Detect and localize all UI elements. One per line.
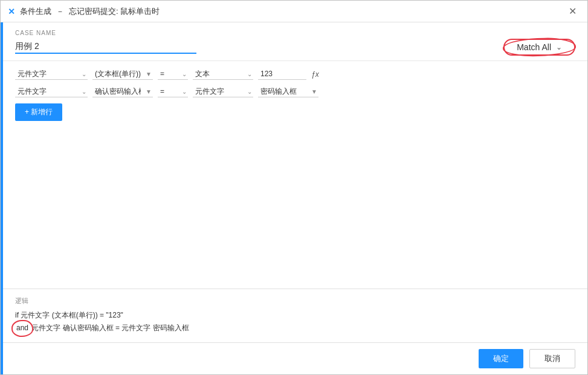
content-area: CASE NAME Match All ⌄: [1, 22, 587, 374]
match-all-arrow: ⌄: [556, 43, 562, 51]
case-name-input[interactable]: [15, 41, 196, 54]
field1-select-1[interactable]: 元件文字: [15, 68, 88, 80]
match-all-box[interactable]: Match All ⌄: [503, 39, 575, 56]
logic-line-2-rest: 元件文字 确认密码输入框 = 元件文字 密码输入框: [30, 324, 189, 332]
and-keyword: and: [15, 322, 30, 335]
fx-button-1[interactable]: ƒx: [311, 70, 319, 79]
add-row-button[interactable]: + 新增行: [15, 103, 62, 121]
app-name: 条件生成: [20, 6, 51, 17]
title-separator: －: [56, 6, 64, 17]
case-name-row: Match All ⌄: [15, 39, 575, 56]
field2-select-2[interactable]: 确认密码输入框: [92, 86, 153, 97]
case-name-section: CASE NAME Match All ⌄: [3, 22, 587, 61]
dialog-title: 忘记密码提交: 鼠标单击时: [69, 6, 160, 17]
value-select-2[interactable]: 密码输入框: [258, 86, 318, 97]
value-wrapper-2: 密码输入框 ▼: [258, 86, 318, 97]
field2-wrapper-1: (文本框(单行)) ▼: [92, 68, 153, 80]
value-input-1[interactable]: [258, 68, 306, 80]
cancel-button[interactable]: 取消: [529, 349, 575, 368]
logic-line-1: if 元件文字 (文本框(单行)) = "123": [15, 309, 575, 322]
logic-text: if 元件文字 (文本框(单行)) = "123" and 元件文字 确认密码输…: [15, 309, 575, 335]
match-all-container: Match All ⌄: [503, 39, 575, 56]
app-icon: ✕: [8, 7, 15, 16]
valuetype-select-1[interactable]: 文本: [193, 68, 253, 80]
confirm-button[interactable]: 确定: [479, 349, 523, 368]
valuetype-wrapper-1: 文本 ⌄: [193, 68, 253, 80]
field1-select-2[interactable]: 元件文字: [15, 86, 88, 97]
footer: 确定 取消: [3, 342, 587, 374]
title-bar: ✕ 条件生成 － 忘记密码提交: 鼠标单击时 ✕: [1, 1, 587, 22]
field1-wrapper-1: 元件文字 ⌄: [15, 68, 88, 80]
operator-select-1[interactable]: =: [158, 68, 188, 80]
title-bar-left: ✕ 条件生成 － 忘记密码提交: 鼠标单击时: [8, 6, 565, 17]
case-name-label: CASE NAME: [15, 30, 575, 36]
field2-select-1[interactable]: (文本框(单行)): [92, 68, 153, 80]
field2-wrapper-2: 确认密码输入框 ▼: [92, 86, 153, 97]
valuetype-select-2[interactable]: 元件文字: [193, 86, 253, 97]
operator-wrapper-2: = ⌄: [158, 86, 188, 97]
conditions-section: 元件文字 ⌄ (文本框(单行)) ▼ = ⌄: [3, 61, 587, 289]
operator-select-2[interactable]: =: [158, 86, 188, 97]
valuetype-wrapper-2: 元件文字 ⌄: [193, 86, 253, 97]
match-all-text: Match All: [517, 42, 551, 52]
operator-wrapper-1: = ⌄: [158, 68, 188, 80]
main-content: CASE NAME Match All ⌄: [3, 22, 587, 374]
logic-line-2: and 元件文字 确认密码输入框 = 元件文字 密码输入框: [15, 322, 575, 335]
dialog-container: ✕ 条件生成 － 忘记密码提交: 鼠标单击时 ✕ CASE NAME Match…: [0, 0, 588, 375]
condition-row-2: 元件文字 ⌄ 确认密码输入框 ▼ = ⌄: [15, 86, 575, 97]
close-button[interactable]: ✕: [565, 4, 580, 18]
field1-wrapper-2: 元件文字 ⌄: [15, 86, 88, 97]
logic-section: 逻辑 if 元件文字 (文本框(单行)) = "123" and 元件文字 确认…: [3, 289, 587, 342]
logic-label: 逻辑: [15, 296, 575, 305]
condition-row-1: 元件文字 ⌄ (文本框(单行)) ▼ = ⌄: [15, 68, 575, 80]
